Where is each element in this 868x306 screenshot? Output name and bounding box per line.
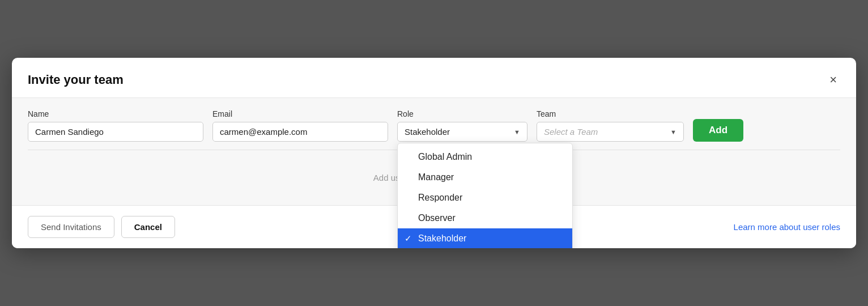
footer-left-actions: Send Invitations Cancel xyxy=(28,216,175,238)
learn-more-link[interactable]: Learn more about user roles xyxy=(734,222,840,232)
role-dropdown-arrow: ▼ xyxy=(514,129,520,135)
role-option-observer[interactable]: Observer xyxy=(398,208,572,228)
role-dropdown-menu: Global Admin Manager Responder Observer … xyxy=(397,143,573,248)
role-option-manager[interactable]: Manager xyxy=(398,167,572,188)
modal-header: Invite your team × xyxy=(12,58,856,98)
role-selected-value: Stakeholder xyxy=(405,127,450,137)
role-option-label: Manager xyxy=(418,172,454,182)
email-field-group: Email xyxy=(212,109,388,142)
team-label: Team xyxy=(537,109,684,118)
modal-body: Name Email Role Stakeholder ▼ Global Adm… xyxy=(12,98,856,205)
role-selector[interactable]: Stakeholder ▼ xyxy=(397,122,527,142)
invite-team-modal: Invite your team × Name Email Role Stake… xyxy=(12,58,856,248)
role-option-label: Stakeholder xyxy=(418,233,466,244)
team-field-group: Team Select a Team ▼ xyxy=(537,109,684,142)
team-placeholder: Select a Team xyxy=(544,127,598,137)
close-button[interactable]: × xyxy=(826,71,840,88)
name-label: Name xyxy=(28,109,203,118)
name-input[interactable] xyxy=(28,122,203,142)
email-label: Email xyxy=(212,109,388,118)
add-button[interactable]: Add xyxy=(693,119,743,142)
team-selector[interactable]: Select a Team ▼ xyxy=(537,122,684,142)
role-option-label: Observer xyxy=(418,213,456,223)
role-option-responder[interactable]: Responder xyxy=(398,188,572,208)
checkmark-icon: ✓ xyxy=(405,233,412,244)
cancel-button[interactable]: Cancel xyxy=(121,216,175,238)
name-field-group: Name xyxy=(28,109,203,142)
modal-title: Invite your team xyxy=(28,73,124,87)
role-label: Role xyxy=(397,109,527,118)
team-dropdown-arrow: ▼ xyxy=(670,129,676,135)
email-input[interactable] xyxy=(212,122,388,142)
role-option-label: Responder xyxy=(418,193,462,203)
role-option-global-admin[interactable]: Global Admin xyxy=(398,147,572,167)
send-invitations-button[interactable]: Send Invitations xyxy=(28,216,114,238)
invite-form-row: Name Email Role Stakeholder ▼ Global Adm… xyxy=(28,109,840,142)
role-option-label: Global Admin xyxy=(418,152,472,162)
role-field-group: Role Stakeholder ▼ Global Admin Manager … xyxy=(397,109,527,142)
role-option-stakeholder[interactable]: ✓ Stakeholder xyxy=(398,228,572,248)
